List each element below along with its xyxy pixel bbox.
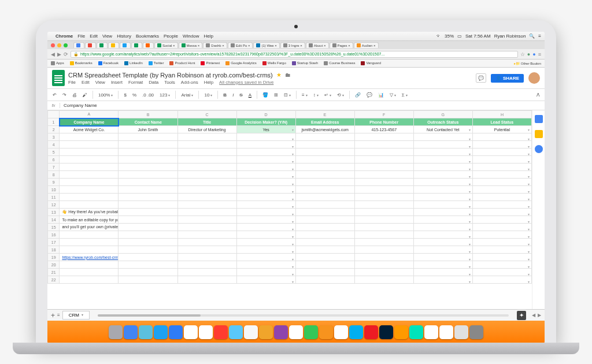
row-header[interactable]: 8 bbox=[48, 171, 60, 179]
move-folder-icon[interactable]: 🖿 bbox=[285, 72, 291, 78]
data-cell[interactable] bbox=[119, 186, 177, 194]
data-cell[interactable] bbox=[119, 179, 177, 186]
bookmark-item[interactable]: Course Business bbox=[324, 61, 355, 65]
explore-button[interactable]: ✦ bbox=[517, 311, 526, 320]
col-header[interactable]: F bbox=[354, 111, 413, 118]
data-cell[interactable]: and you'll get your own (private) versio… bbox=[60, 224, 119, 231]
data-cell[interactable] bbox=[472, 156, 531, 164]
data-cell[interactable] bbox=[295, 171, 354, 179]
data-cell[interactable] bbox=[119, 239, 177, 246]
bookmark-item[interactable]: Google Analytics bbox=[225, 61, 257, 65]
browser-tab[interactable] bbox=[85, 42, 96, 48]
merge-button[interactable]: ⊡▾ bbox=[282, 91, 293, 99]
dock-app-icon[interactable] bbox=[394, 325, 408, 339]
data-cell[interactable] bbox=[119, 261, 177, 269]
data-cell[interactable] bbox=[354, 246, 413, 254]
data-cell[interactable] bbox=[177, 276, 236, 284]
data-cell[interactable] bbox=[119, 164, 177, 171]
percent-button[interactable]: % bbox=[131, 91, 138, 99]
data-cell[interactable] bbox=[236, 156, 295, 164]
calendar-addon-icon[interactable] bbox=[535, 115, 543, 123]
data-cell[interactable] bbox=[472, 216, 531, 224]
data-cell[interactable] bbox=[295, 239, 354, 246]
data-cell[interactable] bbox=[472, 239, 531, 246]
data-cell[interactable] bbox=[354, 179, 413, 186]
reload-button[interactable]: ⟳ bbox=[64, 51, 68, 57]
browser-tab[interactable]: Audien × bbox=[354, 42, 379, 48]
data-cell[interactable] bbox=[295, 246, 354, 254]
row-header[interactable]: 21 bbox=[48, 269, 60, 276]
data-cell[interactable] bbox=[60, 171, 119, 179]
data-cell[interactable] bbox=[413, 261, 472, 269]
data-cell[interactable] bbox=[177, 186, 236, 194]
data-cell[interactable] bbox=[60, 133, 119, 141]
header-cell[interactable]: Lead Status bbox=[472, 118, 531, 126]
data-cell[interactable]: To make an editable copy for yourself, c… bbox=[60, 216, 119, 224]
bookmark-item[interactable]: Startup Stash bbox=[292, 61, 318, 65]
data-cell[interactable] bbox=[236, 171, 295, 179]
fontsize-select[interactable]: 10▾ bbox=[202, 91, 214, 99]
data-cell[interactable] bbox=[354, 254, 413, 261]
chrome-menu-icon[interactable]: ≡ bbox=[538, 51, 541, 57]
data-cell[interactable] bbox=[60, 261, 119, 269]
data-cell[interactable]: Director of Marketing bbox=[177, 126, 236, 133]
data-cell[interactable] bbox=[295, 201, 354, 209]
sheets-menu-edit[interactable]: Edit bbox=[82, 80, 90, 85]
wifi-icon[interactable]: ᯤ bbox=[436, 34, 441, 39]
data-cell[interactable] bbox=[472, 224, 531, 231]
spreadsheet-grid[interactable]: ABCDEFGH1Company NameContact NameTitleDe… bbox=[47, 110, 532, 309]
bookmark-item[interactable]: Product Hunt bbox=[169, 61, 195, 65]
data-cell[interactable] bbox=[119, 216, 177, 224]
horizontal-scrollbar[interactable] bbox=[98, 314, 201, 317]
data-cell[interactable] bbox=[119, 269, 177, 276]
row-header[interactable]: 2 bbox=[48, 126, 60, 133]
data-cell[interactable] bbox=[236, 133, 295, 141]
data-cell[interactable] bbox=[177, 231, 236, 239]
row-header[interactable]: 6 bbox=[48, 156, 60, 164]
data-cell[interactable] bbox=[119, 209, 177, 216]
data-cell[interactable] bbox=[177, 224, 236, 231]
data-cell[interactable] bbox=[472, 194, 531, 201]
data-cell[interactable] bbox=[119, 231, 177, 239]
menu-edit[interactable]: Edit bbox=[90, 34, 98, 39]
browser-tab[interactable]: Dashb × bbox=[203, 42, 227, 48]
keep-addon-icon[interactable] bbox=[535, 130, 543, 138]
data-cell[interactable] bbox=[236, 201, 295, 209]
formula-bar[interactable]: fx Company Name bbox=[47, 101, 545, 110]
data-cell[interactable] bbox=[119, 156, 177, 164]
data-cell[interactable] bbox=[354, 261, 413, 269]
rotate-button[interactable]: ⟲▾ bbox=[335, 91, 346, 99]
dock-app-icon[interactable] bbox=[244, 325, 258, 339]
data-cell[interactable] bbox=[177, 201, 236, 209]
ext-icon-2[interactable]: ● bbox=[532, 51, 535, 57]
data-cell[interactable] bbox=[472, 133, 531, 141]
sheets-menu-tools[interactable]: Tools bbox=[164, 80, 175, 85]
data-cell[interactable] bbox=[354, 209, 413, 216]
sheets-menu-help[interactable]: Help bbox=[204, 80, 213, 85]
data-cell[interactable] bbox=[119, 194, 177, 201]
dock-app-icon[interactable] bbox=[229, 325, 243, 339]
data-cell[interactable] bbox=[295, 231, 354, 239]
browser-tab[interactable]: Pages × bbox=[330, 42, 353, 48]
row-header[interactable]: 11 bbox=[48, 194, 60, 201]
data-cell[interactable] bbox=[354, 141, 413, 148]
row-header[interactable]: 15 bbox=[48, 224, 60, 231]
menu-icon[interactable]: ≡ bbox=[538, 34, 541, 39]
forward-button[interactable]: ▶ bbox=[57, 51, 61, 57]
sheets-menu-format[interactable]: Format bbox=[128, 80, 143, 85]
data-cell[interactable] bbox=[236, 148, 295, 156]
dock-app-icon[interactable] bbox=[454, 325, 468, 339]
data-cell[interactable] bbox=[472, 269, 531, 276]
row-header[interactable]: 5 bbox=[48, 148, 60, 156]
search-icon[interactable]: 🔍 bbox=[529, 34, 535, 39]
data-cell[interactable] bbox=[236, 209, 295, 216]
data-cell[interactable] bbox=[60, 164, 119, 171]
data-cell[interactable] bbox=[177, 141, 236, 148]
browser-tab[interactable]: Social × bbox=[154, 42, 178, 48]
dock-app-icon[interactable] bbox=[304, 325, 318, 339]
strike-button[interactable]: S bbox=[238, 91, 244, 99]
row-header[interactable]: 10 bbox=[48, 186, 60, 194]
data-cell[interactable] bbox=[295, 254, 354, 261]
header-cell[interactable]: Phone Number bbox=[354, 118, 413, 126]
data-cell[interactable] bbox=[119, 201, 177, 209]
